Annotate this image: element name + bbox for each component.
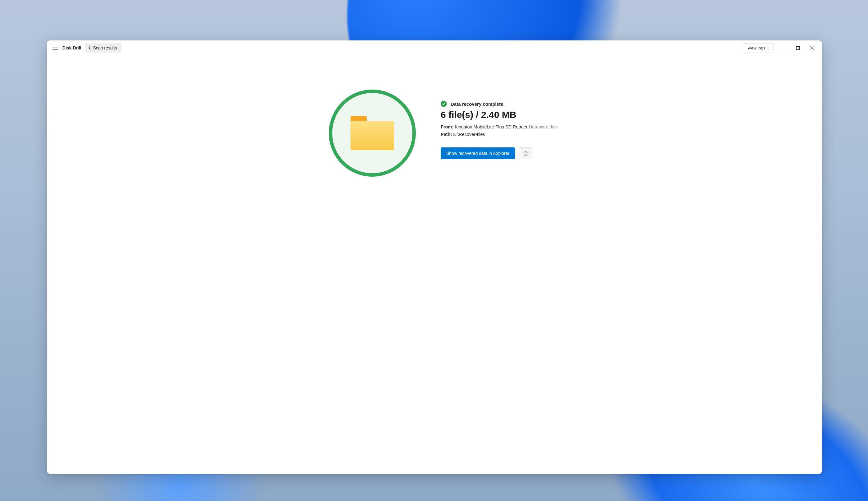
app-window: Disk Drill Scan results View logs... xyxy=(47,40,822,474)
maximize-icon xyxy=(796,46,800,50)
folder-success-graphic xyxy=(329,89,416,177)
chevron-left-icon xyxy=(88,46,91,50)
minimize-button[interactable] xyxy=(777,43,791,53)
hero-column xyxy=(47,89,419,177)
hamburger-icon xyxy=(53,46,58,50)
result-headline: 6 file(s) / 2.40 MB xyxy=(441,109,822,120)
back-label: Scan results xyxy=(93,45,117,50)
hamburger-menu-button[interactable] xyxy=(50,43,61,53)
from-suffix: Hardware disk xyxy=(529,125,558,129)
path-value: E:\Recover-files xyxy=(453,132,485,137)
action-row: Show recovered data in Explorer xyxy=(441,147,822,159)
view-logs-button[interactable]: View logs... xyxy=(743,43,773,53)
status-text: Data recovery complete xyxy=(451,102,503,107)
maximize-button[interactable] xyxy=(791,43,805,53)
from-line: From: Kingston MobileLite Plus SD Reader… xyxy=(441,125,822,129)
titlebar: Disk Drill Scan results View logs... xyxy=(47,40,822,55)
close-button[interactable] xyxy=(805,43,820,53)
minimize-icon xyxy=(782,46,785,50)
home-icon xyxy=(523,150,528,156)
content-area: Data recovery complete 6 file(s) / 2.40 … xyxy=(47,55,822,474)
svg-rect-4 xyxy=(796,46,800,50)
window-controls xyxy=(777,43,820,53)
status-row: Data recovery complete xyxy=(441,101,822,107)
from-value: Kingston MobileLite Plus SD Reader xyxy=(455,125,528,129)
success-check-icon xyxy=(441,101,447,107)
app-name: Disk Drill xyxy=(63,45,81,50)
home-button[interactable] xyxy=(519,147,532,159)
close-icon xyxy=(811,46,814,50)
show-in-explorer-button[interactable]: Show recovered data in Explorer xyxy=(441,147,515,159)
path-line: Path: E:\Recover-files xyxy=(441,132,822,137)
folder-icon xyxy=(351,116,394,150)
path-label: Path: xyxy=(441,132,452,137)
info-column: Data recovery complete 6 file(s) / 2.40 … xyxy=(441,89,822,159)
from-label: From: xyxy=(441,125,453,129)
back-button[interactable]: Scan results xyxy=(85,43,121,53)
